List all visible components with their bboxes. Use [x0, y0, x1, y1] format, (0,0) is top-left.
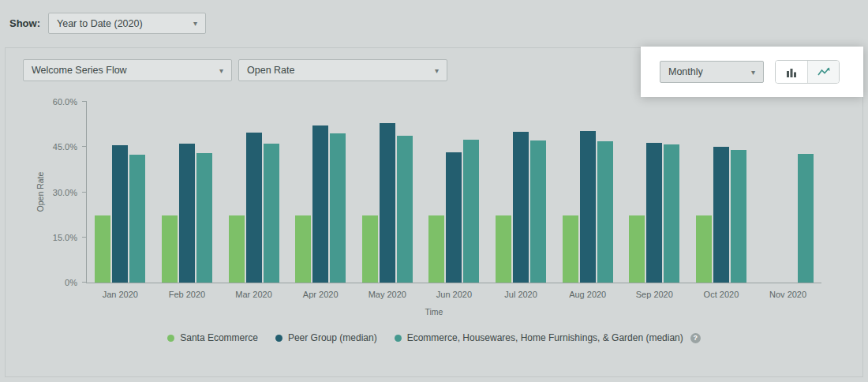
- bar[interactable]: [530, 140, 546, 283]
- bar-chart-toggle[interactable]: [776, 61, 807, 83]
- flow-dropdown[interactable]: Welcome Series Flow ▾: [23, 59, 232, 81]
- line-chart-icon: [817, 66, 830, 77]
- x-tick-label: Aug 2020: [569, 290, 606, 299]
- x-tick-label: Oct 2020: [704, 290, 739, 299]
- bar[interactable]: [463, 140, 479, 283]
- bar[interactable]: [446, 152, 462, 283]
- bar[interactable]: [597, 141, 613, 283]
- bar[interactable]: [713, 147, 729, 283]
- y-tick-label: 45.0%: [35, 142, 77, 152]
- x-tick-label: Jan 2020: [103, 290, 138, 299]
- chart-type-toggle: [775, 60, 840, 84]
- bar-slot: [563, 102, 578, 283]
- interval-controls-highlight: Monthly ▾: [641, 47, 863, 97]
- bar-slot: [798, 102, 814, 283]
- y-tick-mark: [82, 192, 87, 193]
- metric-dropdown-value: Open Rate: [247, 65, 294, 76]
- bar-slot: [428, 102, 444, 283]
- bar[interactable]: [646, 143, 662, 283]
- bar-group: May 2020: [362, 102, 413, 283]
- bar[interactable]: [563, 215, 578, 283]
- bar-slot: [179, 102, 195, 283]
- x-tick-label: Apr 2020: [303, 290, 339, 299]
- legend-item[interactable]: Ecommerce, Housewares, Home Furnishings,…: [395, 332, 701, 343]
- bar-slot: [629, 102, 645, 283]
- bar-group: Jun 2020: [428, 102, 479, 283]
- bar[interactable]: [696, 215, 712, 283]
- bar[interactable]: [496, 215, 511, 283]
- bar-group: Oct 2020: [696, 102, 746, 283]
- top-bar: Show: Year to Date (2020) ▾: [0, 0, 868, 38]
- bar[interactable]: [629, 215, 645, 283]
- bar[interactable]: [380, 123, 395, 283]
- bar[interactable]: [112, 145, 128, 283]
- bar-slot: [780, 102, 796, 283]
- x-tick-label: Jul 2020: [504, 290, 537, 299]
- bar-slot: [129, 102, 145, 283]
- bar[interactable]: [179, 144, 195, 283]
- bar-slot: [446, 102, 462, 283]
- bar[interactable]: [312, 125, 328, 283]
- x-tick-label: Sep 2020: [636, 290, 673, 299]
- bar[interactable]: [264, 144, 279, 283]
- bar-group: Feb 2020: [162, 102, 212, 283]
- bar[interactable]: [664, 144, 679, 283]
- interval-dropdown[interactable]: Monthly ▾: [660, 61, 764, 83]
- bar-group: Jul 2020: [496, 102, 546, 283]
- bar-slot: [530, 102, 546, 283]
- legend-swatch: [275, 335, 282, 342]
- bar[interactable]: [513, 132, 529, 283]
- chevron-down-icon: ▾: [219, 66, 223, 75]
- y-tick-mark: [82, 146, 87, 147]
- x-axis-title: Time: [6, 307, 862, 316]
- legend-item[interactable]: Peer Group (median): [275, 332, 377, 343]
- bar[interactable]: [428, 215, 444, 283]
- panel-header: Welcome Series Flow ▾ Open Rate ▾ Monthl…: [6, 48, 862, 89]
- bar-slot: [264, 102, 279, 283]
- bar-slot: [513, 102, 529, 283]
- bar-slot: [731, 102, 746, 283]
- bar-slot: [330, 102, 346, 283]
- y-tick-label: 15.0%: [35, 233, 77, 242]
- metric-dropdown[interactable]: Open Rate ▾: [238, 59, 447, 81]
- bar-group: Apr 2020: [295, 102, 346, 283]
- y-tick-mark: [82, 282, 87, 283]
- bar-slot: [397, 102, 413, 283]
- y-tick-mark: [82, 101, 87, 102]
- chevron-down-icon: ▾: [435, 66, 439, 75]
- period-dropdown[interactable]: Year to Date (2020) ▾: [48, 13, 206, 34]
- bar[interactable]: [731, 150, 746, 283]
- bar[interactable]: [196, 153, 212, 283]
- bar[interactable]: [95, 215, 110, 283]
- bar[interactable]: [397, 136, 413, 283]
- legend-label: Peer Group (median): [288, 332, 377, 343]
- help-icon[interactable]: ?: [690, 333, 701, 343]
- y-tick-label: 0%: [35, 278, 77, 287]
- plot-area: 0%15.0%30.0%45.0%60.0%Jan 2020Feb 2020Ma…: [86, 102, 821, 283]
- legend-label: Ecommerce, Housewares, Home Furnishings,…: [407, 332, 683, 343]
- bar[interactable]: [246, 133, 262, 283]
- bar-slot: [196, 102, 212, 283]
- bar[interactable]: [580, 131, 596, 283]
- bar[interactable]: [362, 215, 378, 283]
- bar[interactable]: [129, 155, 145, 283]
- bar-slot: [246, 102, 262, 283]
- x-tick-label: May 2020: [369, 290, 406, 299]
- bar-slot: [646, 102, 662, 283]
- bar[interactable]: [295, 215, 311, 283]
- bar-slot: [696, 102, 712, 283]
- bar-slot: [162, 102, 178, 283]
- bar-slot: [664, 102, 679, 283]
- chart-legend: Santa EcommercePeer Group (median)Ecomme…: [6, 332, 862, 343]
- flow-dropdown-value: Welcome Series Flow: [32, 65, 127, 76]
- bar[interactable]: [162, 215, 178, 283]
- bar-group: Nov 2020: [763, 102, 814, 283]
- bar-slot: [362, 102, 378, 283]
- x-tick-label: Jun 2020: [436, 290, 472, 299]
- bar[interactable]: [798, 154, 814, 283]
- legend-item[interactable]: Santa Ecommerce: [167, 332, 258, 343]
- bar[interactable]: [229, 215, 245, 283]
- bar-slot: [295, 102, 311, 283]
- line-chart-toggle[interactable]: [807, 61, 839, 83]
- bar[interactable]: [330, 133, 346, 283]
